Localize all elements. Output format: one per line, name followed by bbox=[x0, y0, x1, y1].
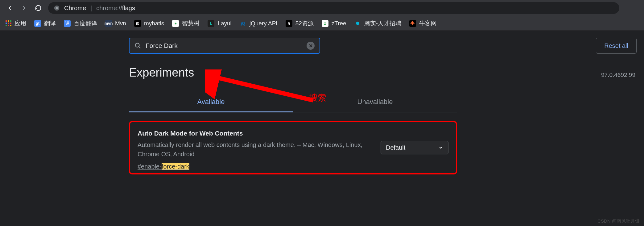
omnibox-url-scheme: chrome:// bbox=[96, 5, 122, 11]
forward-button[interactable] bbox=[20, 4, 28, 12]
chrome-version: 97.0.4692.99 bbox=[601, 72, 635, 78]
bookmark-item[interactable]: mvnMvn bbox=[105, 20, 126, 27]
bookmark-icon: § bbox=[286, 20, 292, 27]
chevron-down-icon bbox=[438, 145, 443, 150]
bookmark-item[interactable]: §52资源 bbox=[286, 19, 314, 27]
bookmark-item[interactable]: ◐mybatis bbox=[134, 20, 164, 27]
bookmark-item[interactable]: zzTree bbox=[322, 20, 346, 27]
flag-description: Automatically render all web contents us… bbox=[138, 140, 368, 159]
browser-toolbar: Chrome | chrome://flags bbox=[0, 0, 644, 16]
bookmarks-bar: 应用gt翻译译百度翻译mvnMvn◐mybatis●智慧树LLayuijQjQu… bbox=[0, 16, 644, 31]
clear-search-button[interactable]: ✕ bbox=[307, 42, 315, 50]
search-input[interactable] bbox=[146, 42, 302, 49]
back-button[interactable] bbox=[6, 4, 14, 12]
bookmark-label: 翻译 bbox=[44, 19, 56, 27]
search-icon bbox=[134, 42, 141, 49]
flag-id-link[interactable]: #enable-force-dark bbox=[138, 163, 189, 170]
bookmark-icon: L bbox=[208, 20, 214, 27]
reload-button[interactable] bbox=[34, 4, 43, 12]
bookmark-item[interactable]: ⬢腾实-人才招聘 bbox=[354, 19, 401, 27]
page-title: Experiments bbox=[129, 66, 194, 79]
bookmark-label: 52资源 bbox=[295, 19, 314, 27]
bookmark-item[interactable]: 牛牛客网 bbox=[409, 19, 437, 27]
omnibox-url-path: flags bbox=[122, 5, 135, 11]
tab-available[interactable]: Available bbox=[129, 92, 293, 112]
bookmark-item[interactable]: 应用 bbox=[6, 19, 26, 27]
bookmark-item[interactable]: 译百度翻译 bbox=[64, 19, 97, 27]
bookmark-label: 应用 bbox=[14, 19, 26, 27]
bookmark-icon: ◐ bbox=[134, 20, 141, 27]
bookmark-icon: jQ bbox=[240, 20, 246, 27]
bookmark-icon: 牛 bbox=[409, 20, 416, 27]
bookmark-label: zTree bbox=[332, 20, 346, 27]
flag-dropdown-value: Default bbox=[386, 144, 405, 151]
omnibox-separator: | bbox=[90, 5, 92, 12]
bookmark-label: Layui bbox=[217, 20, 231, 27]
flag-dropdown[interactable]: Default bbox=[381, 141, 448, 154]
bookmark-label: 腾实-人才招聘 bbox=[364, 19, 401, 27]
flag-id-prefix: #enable- bbox=[138, 163, 162, 170]
reset-all-button[interactable]: Reset all bbox=[596, 38, 637, 54]
bookmark-label: 智慧树 bbox=[182, 19, 200, 27]
bookmark-icon: mvn bbox=[105, 20, 112, 27]
flag-title: Auto Dark Mode for Web Contents bbox=[138, 130, 368, 137]
flags-page: ✕ Reset all Experiments 97.0.4692.99 Ava… bbox=[0, 31, 644, 226]
bookmark-item[interactable]: jQjQuery API bbox=[240, 20, 278, 27]
bookmark-icon: z bbox=[322, 20, 328, 27]
bookmark-icon: gt bbox=[34, 20, 41, 27]
omnibox-app-label: Chrome bbox=[64, 5, 86, 12]
bookmark-label: 百度翻译 bbox=[74, 19, 97, 27]
bookmark-item[interactable]: ●智慧树 bbox=[172, 19, 200, 27]
bookmark-item[interactable]: gt翻译 bbox=[34, 19, 56, 27]
tabs: Available Unavailable bbox=[129, 92, 457, 112]
bookmark-label: 牛客网 bbox=[419, 19, 437, 27]
watermark: CSDN @南风吐月饼 bbox=[597, 218, 640, 224]
chrome-icon bbox=[54, 5, 60, 11]
bookmark-icon: ● bbox=[172, 20, 179, 27]
bookmark-label: Mvn bbox=[115, 20, 126, 27]
search-box[interactable]: ✕ bbox=[129, 38, 320, 54]
flag-id-highlight: force-dark bbox=[162, 163, 189, 170]
flag-item: Auto Dark Mode for Web Contents Automati… bbox=[129, 121, 457, 174]
bookmark-label: mybatis bbox=[144, 20, 164, 27]
bookmark-icon bbox=[6, 20, 11, 26]
svg-point-2 bbox=[135, 43, 139, 47]
svg-point-1 bbox=[56, 7, 58, 9]
bookmark-icon: ⬢ bbox=[354, 20, 361, 27]
bookmark-icon: 译 bbox=[64, 20, 71, 27]
annotation-label: 搜索 bbox=[309, 92, 326, 104]
address-bar[interactable]: Chrome | chrome://flags bbox=[48, 2, 619, 14]
bookmark-item[interactable]: LLayui bbox=[208, 20, 231, 27]
bookmark-label: jQuery API bbox=[250, 20, 278, 27]
